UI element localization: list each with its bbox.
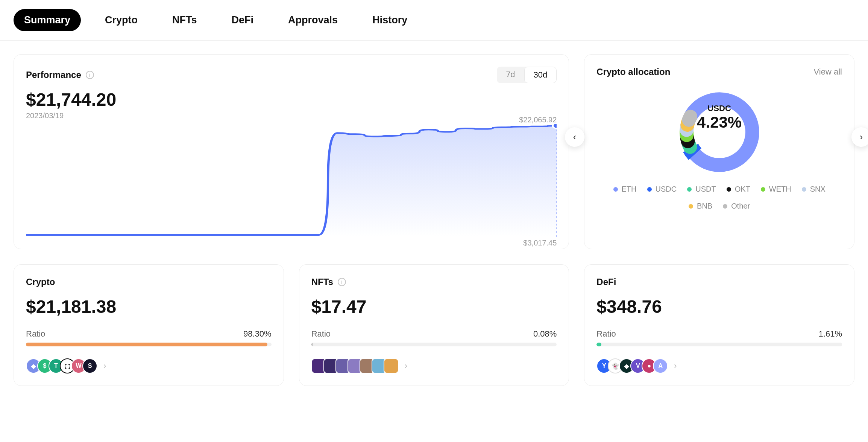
carousel-prev[interactable]: ‹ [565,127,584,147]
nfts-ratio-label: Ratio [311,329,331,339]
chevron-right-icon: › [860,132,863,142]
nft-thumb-stack [311,358,399,373]
performance-title: Performance [26,70,81,80]
donut-center-pct: 4.23% [584,113,854,131]
tab-crypto[interactable]: Crypto [94,9,148,31]
info-icon[interactable]: i [338,278,346,286]
allocation-legend: ETHUSDCUSDTOKTWETHSNXBNBOther [596,185,842,210]
legend-item[interactable]: SNX [802,185,826,194]
legend-label: WETH [769,185,791,194]
donut-chart[interactable]: USDC 4.23% [596,83,842,181]
legend-item[interactable]: BNB [689,202,712,210]
legend-label: OKT [735,185,750,194]
chart-svg [26,124,557,237]
crypto-card-title: Crypto [26,277,272,287]
tab-nfts[interactable]: NFTs [162,9,208,31]
crypto-summary-card[interactable]: Crypto $21,181.38 Ratio 98.30% ◆$T⬚WS › [14,264,284,386]
defi-icon-stack: Y👻◆V●A [596,358,668,373]
nfts-summary-card[interactable]: NFTs i $17.47 Ratio 0.08% › [299,264,569,386]
legend-label: USDC [656,185,677,194]
chevron-right-icon[interactable]: › [674,361,677,371]
tab-summary[interactable]: Summary [14,9,81,31]
performance-date: 2023/03/19 [26,111,557,120]
allocation-title: Crypto allocation [596,67,670,77]
performance-value: $21,744.20 [26,89,557,110]
legend-label: Other [731,202,750,210]
chevron-left-icon: ‹ [573,132,576,142]
legend-dot-icon [687,187,692,192]
range-30d[interactable]: 30d [524,67,557,83]
nfts-ratio-bar [311,343,557,346]
legend-label: BNB [697,202,712,210]
legend-item[interactable]: ETH [613,185,637,194]
crypto-card-value: $21,181.38 [26,296,272,317]
range-toggle: 7d 30d [497,67,557,83]
legend-dot-icon [761,187,765,192]
chart-high-label: $22,065.92 [519,116,557,124]
defi-ratio-label: Ratio [596,329,616,339]
performance-chart[interactable]: $22,065.92 $3,017.45 [26,124,557,237]
defi-ratio-pct: 1.61% [819,329,842,339]
range-7d[interactable]: 7d [497,67,524,83]
legend-item[interactable]: OKT [727,185,750,194]
defi-ratio-bar [596,343,842,346]
defi-card-title: DeFi [596,277,842,287]
allocation-card: Crypto allocation View all USDC 4.23% ET… [584,54,854,249]
nfts-card-value: $17.47 [311,296,557,317]
nft-thumb [384,358,399,373]
legend-dot-icon [727,187,731,192]
coin-icon: A [653,358,668,373]
donut-center-label: USDC [584,104,854,113]
defi-summary-card[interactable]: DeFi $348.76 Ratio 1.61% Y👻◆V●A › [584,264,854,386]
legend-label: ETH [622,185,637,194]
legend-item[interactable]: USDC [647,185,677,194]
legend-dot-icon [647,187,652,192]
tab-defi[interactable]: DeFi [221,9,264,31]
legend-dot-icon [802,187,806,192]
defi-card-value: $348.76 [596,296,842,317]
crypto-ratio-label: Ratio [26,329,45,339]
legend-label: USDT [695,185,716,194]
legend-item[interactable]: WETH [761,185,791,194]
legend-dot-icon [723,204,727,209]
carousel-next[interactable]: › [851,127,868,147]
tab-history[interactable]: History [362,9,418,31]
info-icon[interactable]: i [86,71,94,79]
performance-card: Performance i 7d 30d $21,744.20 2023/03/… [14,54,569,249]
chevron-right-icon[interactable]: › [103,361,106,371]
content-grid: Performance i 7d 30d $21,744.20 2023/03/… [0,41,868,399]
tab-approvals[interactable]: Approvals [278,9,348,31]
coin-icon: S [82,358,97,373]
view-all-link[interactable]: View all [814,67,842,77]
nfts-card-title: NFTs [311,277,333,287]
nfts-ratio-pct: 0.08% [533,329,557,339]
legend-item[interactable]: USDT [687,185,716,194]
crypto-icon-stack: ◆$T⬚WS [26,358,97,373]
legend-dot-icon [689,204,693,209]
legend-label: SNX [810,185,826,194]
crypto-ratio-pct: 98.30% [243,329,272,339]
chart-low-label: $3,017.45 [523,239,557,247]
tabs-bar: Summary Crypto NFTs DeFi Approvals Histo… [0,0,868,41]
chevron-right-icon[interactable]: › [405,361,407,371]
legend-dot-icon [613,187,618,192]
svg-point-1 [553,124,557,128]
crypto-ratio-bar [26,343,272,346]
legend-item[interactable]: Other [723,202,750,210]
